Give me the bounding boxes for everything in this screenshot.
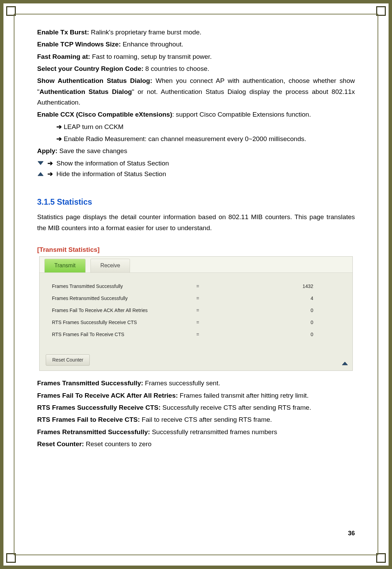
def-txburst: Enable Tx Burst: Ralink's proprietary fr… bbox=[37, 27, 355, 37]
tab-receive[interactable]: Receive bbox=[90, 259, 130, 272]
def-fastroam: Fast Roaming at: Fast to roaming, setup … bbox=[37, 51, 355, 62]
def-apply: Apply: Save the save changes bbox=[37, 146, 355, 156]
subhead-transmit-stats: [Transmit Statistics] bbox=[37, 244, 355, 255]
def-ccx-text: : support Cisco Compatible Extensions fu… bbox=[172, 111, 311, 118]
page-content: Enable Tx Burst: Ralink's proprietary fr… bbox=[37, 27, 355, 542]
def-tcpwin-text: Enhance throughout. bbox=[121, 41, 183, 48]
stat-label: Frames Transmitted Successfully bbox=[52, 282, 196, 290]
reset-counter-button[interactable]: Reset Counter bbox=[46, 354, 90, 366]
def-fts: Frames Transmitted Successfully: Frames … bbox=[37, 378, 355, 388]
stat-row: Frames Fail To Receive ACK After All Ret… bbox=[52, 304, 340, 316]
arrow-icon: ➔ bbox=[47, 169, 53, 179]
def-reset-label: Reset Counter: bbox=[37, 440, 84, 448]
def-ffrack-text: Frames failed transmit after hitting ret… bbox=[178, 392, 308, 399]
def-ccx-label: Enable CCX (Cisco Compatible eXtensions) bbox=[37, 111, 172, 118]
def-country-text: 8 countries to choose. bbox=[143, 65, 209, 72]
stat-eq: = bbox=[196, 307, 217, 314]
def-rtsfail-label: RTS Frames Fail to Receive CTS: bbox=[37, 416, 140, 423]
triangle-down-icon bbox=[37, 161, 44, 165]
def-auth: Show Authentication Status Dialog: When … bbox=[37, 75, 355, 108]
bullet-radio-text: Enable Radio Measurement: can channel me… bbox=[64, 135, 306, 142]
stat-val: 4 bbox=[217, 294, 327, 302]
def-rtsfail-text: Fail to receive CTS after sending RTS fr… bbox=[140, 416, 272, 423]
def-ffrack-label: Frames Fail To Receive ACK After All Ret… bbox=[37, 392, 178, 399]
def-apply-text: Save the save changes bbox=[57, 147, 127, 154]
def-ffrack: Frames Fail To Receive ACK After All Ret… bbox=[37, 390, 355, 401]
stats-body: Frames Transmitted Successfully = 1432 F… bbox=[40, 273, 352, 344]
def-rtscts-text: Successfully receive CTS after sending R… bbox=[161, 404, 311, 411]
stat-eq: = bbox=[196, 294, 217, 302]
stat-label: Frames Retransmitted Successfully bbox=[52, 294, 196, 302]
stat-row: Frames Retransmitted Successfully = 4 bbox=[52, 292, 340, 304]
def-fretrans-label: Frames Retransmitted Successfully: bbox=[37, 428, 150, 436]
def-country-label: Select your Country Region Code: bbox=[37, 65, 143, 72]
arrow-icon: ➔ bbox=[56, 123, 62, 130]
stat-label: RTS Frames Fail To Receive CTS bbox=[52, 331, 196, 339]
show-status-text: Show the information of Status Section bbox=[56, 158, 169, 169]
bullet-leap: ➔ LEAP turn on CCKM bbox=[56, 121, 355, 132]
svg-marker-1 bbox=[38, 172, 43, 176]
stat-val: 0 bbox=[217, 331, 327, 339]
def-txburst-text: Ralink's proprietary frame burst mode. bbox=[89, 29, 202, 36]
def-fts-text: Frames successfully sent. bbox=[143, 379, 220, 387]
stat-eq: = bbox=[196, 282, 217, 290]
svg-marker-2 bbox=[342, 362, 348, 365]
def-tcpwin: Enable TCP Windows Size: Enhance through… bbox=[37, 39, 355, 50]
triangle-up-icon[interactable] bbox=[341, 358, 348, 368]
hide-status-text: Hide the information of Status Section bbox=[56, 169, 166, 179]
def-apply-label: Apply: bbox=[37, 147, 57, 154]
def-fts-label: Frames Transmitted Successfully: bbox=[37, 379, 143, 387]
stat-row: RTS Frames Successfully Receive CTS = 0 bbox=[52, 316, 340, 329]
stat-val: 1432 bbox=[217, 282, 327, 290]
stat-row: Frames Transmitted Successfully = 1432 bbox=[52, 280, 340, 292]
def-ccx: Enable CCX (Cisco Compatible eXtensions)… bbox=[37, 109, 355, 120]
tab-transmit[interactable]: Transmit bbox=[44, 259, 86, 272]
def-tcpwin-label: Enable TCP Windows Size: bbox=[37, 41, 121, 48]
stat-row: RTS Frames Fail To Receive CTS = 0 bbox=[52, 329, 340, 341]
stat-eq: = bbox=[196, 331, 217, 339]
tabs-row: Transmit Receive bbox=[40, 257, 352, 272]
stat-label: Frames Fail To Receive ACK After All Ret… bbox=[52, 307, 196, 314]
def-reset: Reset Counter: Reset counters to zero bbox=[37, 439, 355, 449]
def-auth-label: Show Authentication Status Dialog: bbox=[37, 77, 152, 84]
hide-status-line: ➔ Hide the information of Status Section bbox=[37, 169, 355, 179]
def-fretrans: Frames Retransmitted Successfully: Succe… bbox=[37, 427, 355, 437]
arrow-icon: ➔ bbox=[56, 135, 62, 142]
def-rtscts: RTS Frames Successfully Receive CTS: Suc… bbox=[37, 402, 355, 413]
bullet-leap-text: LEAP turn on CCKM bbox=[64, 123, 123, 130]
def-reset-text: Reset counters to zero bbox=[84, 440, 151, 448]
def-txburst-label: Enable Tx Burst: bbox=[37, 29, 89, 36]
section-intro: Statistics page displays the detail coun… bbox=[37, 212, 355, 233]
stat-label: RTS Frames Successfully Receive CTS bbox=[52, 319, 196, 326]
def-fastroam-text: Fast to roaming, setup by transmit power… bbox=[90, 53, 212, 60]
def-country: Select your Country Region Code: 8 count… bbox=[37, 63, 355, 74]
triangle-up-icon bbox=[37, 172, 44, 176]
stat-val: 0 bbox=[217, 307, 327, 314]
svg-marker-0 bbox=[38, 161, 43, 165]
section-heading: 3.1.5 Statistics bbox=[37, 196, 355, 209]
bullet-radio: ➔ Enable Radio Measurement: can channel … bbox=[56, 133, 355, 144]
def-fastroam-label: Fast Roaming at: bbox=[37, 53, 90, 60]
def-auth-bold: Authentication Status Dialog bbox=[40, 88, 132, 95]
stat-val: 0 bbox=[217, 319, 327, 326]
show-status-line: ➔ Show the information of Status Section bbox=[37, 158, 355, 169]
stat-eq: = bbox=[196, 319, 217, 326]
page-number: 36 bbox=[348, 528, 355, 539]
def-rtsfail: RTS Frames Fail to Receive CTS: Fail to … bbox=[37, 414, 355, 425]
def-fretrans-text: Successfully retransmitted frames number… bbox=[150, 428, 277, 436]
def-rtscts-label: RTS Frames Successfully Receive CTS: bbox=[37, 404, 161, 411]
statistics-panel: Transmit Receive Frames Transmitted Succ… bbox=[39, 256, 353, 371]
arrow-icon: ➔ bbox=[47, 158, 53, 169]
